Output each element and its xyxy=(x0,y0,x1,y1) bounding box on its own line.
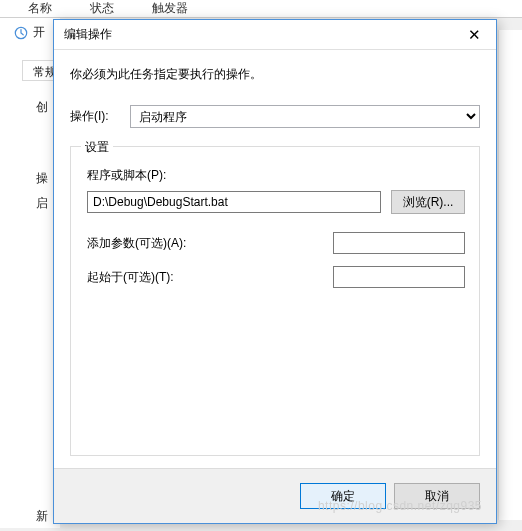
startin-input[interactable] xyxy=(333,266,465,288)
arguments-input[interactable] xyxy=(333,232,465,254)
parent-window-title: 开 xyxy=(14,24,45,41)
dialog-title: 编辑操作 xyxy=(64,26,452,43)
col-trigger: 触发器 xyxy=(152,0,188,17)
arguments-label: 添加参数(可选)(A): xyxy=(87,235,333,252)
dialog-footer: 确定 取消 xyxy=(54,468,496,523)
program-label: 程序或脚本(P): xyxy=(87,167,465,184)
settings-legend: 设置 xyxy=(81,139,113,156)
edit-action-dialog: 编辑操作 ✕ 你必须为此任务指定要执行的操作。 操作(I): 启动程序 设置 程… xyxy=(53,19,497,524)
dialog-titlebar[interactable]: 编辑操作 ✕ xyxy=(54,20,496,50)
browse-button[interactable]: 浏览(R)... xyxy=(391,190,465,214)
dialog-content: 你必须为此任务指定要执行的操作。 操作(I): 启动程序 设置 程序或脚本(P)… xyxy=(54,50,496,468)
action-label: 操作(I): xyxy=(70,108,120,125)
background-column-headers: 名称 状态 触发器 xyxy=(0,0,522,18)
instruction-text: 你必须为此任务指定要执行的操作。 xyxy=(70,66,480,83)
action-row: 操作(I): 启动程序 xyxy=(70,105,480,128)
parent-title-text: 开 xyxy=(33,24,45,41)
program-path-input[interactable] xyxy=(87,191,381,213)
close-button[interactable]: ✕ xyxy=(452,20,496,49)
col-status: 状态 xyxy=(90,0,114,17)
background-right-pane xyxy=(498,30,522,520)
cancel-button[interactable]: 取消 xyxy=(394,483,480,509)
clock-icon xyxy=(14,26,28,40)
ok-button[interactable]: 确定 xyxy=(300,483,386,509)
settings-fieldset: 设置 程序或脚本(P): 浏览(R)... 添加参数(可选)(A): 起始于(可… xyxy=(70,146,480,456)
startin-label: 起始于(可选)(T): xyxy=(87,269,333,286)
close-icon: ✕ xyxy=(468,26,481,44)
action-select[interactable]: 启动程序 xyxy=(130,105,480,128)
col-name: 名称 xyxy=(28,0,52,17)
